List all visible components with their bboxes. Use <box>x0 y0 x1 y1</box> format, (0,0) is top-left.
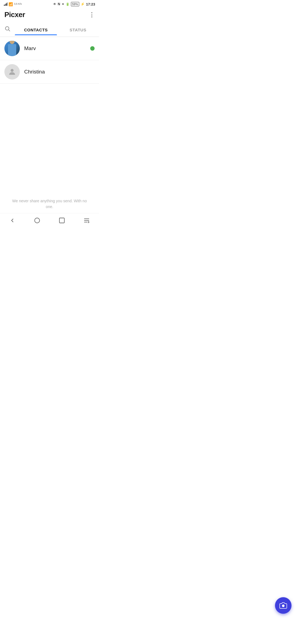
contact-item-marv[interactable]: Marv <box>0 37 99 60</box>
battery-level: 59 <box>72 2 75 6</box>
svg-point-0 <box>6 27 9 30</box>
nav-home-button[interactable] <box>29 216 45 225</box>
search-icon <box>4 26 10 32</box>
navigation-bar <box>0 213 99 229</box>
online-indicator-marv <box>90 46 95 51</box>
search-button[interactable] <box>0 22 15 37</box>
app-header: Picxer ⋮ <box>0 8 99 22</box>
menu-icon <box>83 217 90 224</box>
contact-name-christina: Christina <box>24 69 95 75</box>
recents-icon <box>59 217 65 224</box>
wifi-icon: 📶 <box>9 2 13 6</box>
nav-recents-button[interactable] <box>54 216 70 225</box>
tab-status[interactable]: STATUS <box>57 24 99 35</box>
empty-area <box>0 84 99 194</box>
status-left: 📶 3,5 K/s <box>4 2 22 6</box>
main-content: Marv Christina We never share anything y… <box>0 37 99 213</box>
footer-text: We never share anything you send. With n… <box>0 194 99 213</box>
tab-bar: CONTACTS STATUS <box>0 22 99 37</box>
avatar-marv <box>4 41 20 56</box>
svg-rect-4 <box>59 218 64 223</box>
svg-point-3 <box>35 218 40 223</box>
more-options-icon[interactable]: ⋮ <box>89 11 95 18</box>
home-icon <box>34 217 40 224</box>
eye-icon: 👁 <box>53 2 56 6</box>
charging-icon: ⚡ <box>81 2 85 6</box>
back-icon <box>9 217 16 224</box>
app-title: Picxer <box>4 10 25 19</box>
tab-contacts[interactable]: CONTACTS <box>15 24 57 35</box>
avatar-photo-marv <box>4 41 20 56</box>
avatar-christina <box>4 64 20 80</box>
nav-menu-button[interactable] <box>79 216 94 225</box>
contact-name-marv: Marv <box>24 45 90 51</box>
svg-point-2 <box>11 69 14 72</box>
nav-back-button[interactable] <box>5 216 20 225</box>
bluetooth-icon: ✦ <box>62 2 64 6</box>
nfc-icon: N <box>58 2 60 6</box>
svg-line-1 <box>9 30 10 31</box>
network-speed: 3,5 K/s <box>14 3 22 6</box>
status-bar: 📶 3,5 K/s 👁 N ✦ 🔋 59% ⚡ 17:23 <box>0 0 99 8</box>
status-right: 👁 N ✦ 🔋 59% ⚡ 17:23 <box>53 2 95 6</box>
contacts-list: Marv Christina <box>0 37 99 84</box>
default-avatar-icon <box>8 67 16 76</box>
vibrate-icon: 🔋 <box>66 2 70 6</box>
signal-bars-icon <box>4 2 7 6</box>
battery-icon: 59% <box>71 2 79 6</box>
contact-item-christina[interactable]: Christina <box>0 60 99 84</box>
time-display: 17:23 <box>86 2 95 6</box>
